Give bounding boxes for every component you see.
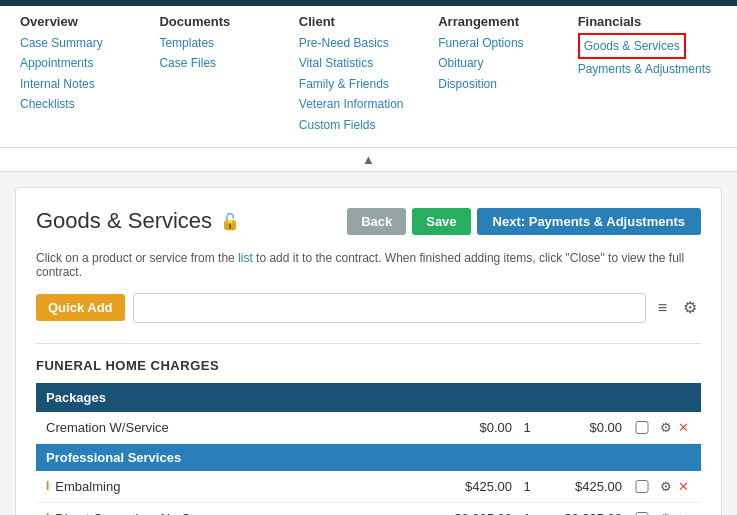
page-title-text: Goods & Services — [36, 208, 212, 234]
section-label: FUNERAL HOME CHARGES — [36, 358, 701, 373]
quick-add-input[interactable] — [133, 293, 646, 323]
subgroup-header: Professional Services — [36, 444, 701, 471]
nav-column: DocumentsTemplatesCase Files — [159, 14, 298, 135]
item-gear-icon[interactable]: ⚙ — [658, 509, 674, 515]
item-indicator: I — [46, 479, 49, 493]
item-remove-icon[interactable]: ✕ — [676, 509, 691, 515]
item-checkbox[interactable] — [632, 421, 652, 434]
lock-icon: 🔓 — [220, 212, 240, 231]
nav-link-appointments[interactable]: Appointments — [20, 53, 159, 73]
nav-link-templates[interactable]: Templates — [159, 33, 298, 53]
item-indicator: I — [46, 511, 49, 515]
item-name: Direct Cremation- No Ceremony — [55, 511, 432, 515]
item-qty: 1 — [512, 420, 542, 435]
nav-link-veteran-information[interactable]: Veteran Information — [299, 94, 438, 114]
settings-icon-button[interactable]: ⚙ — [679, 298, 701, 317]
nav-col-header: Documents — [159, 14, 298, 29]
nav-link-pre-need-basics[interactable]: Pre-Need Basics — [299, 33, 438, 53]
item-actions: ⚙✕ — [658, 477, 691, 496]
item-actions: ⚙✕ — [658, 418, 691, 437]
item-remove-icon[interactable]: ✕ — [676, 418, 691, 437]
item-remove-icon[interactable]: ✕ — [676, 477, 691, 496]
collapse-icon: ▲ — [362, 152, 375, 167]
item-price: $425.00 — [432, 479, 512, 494]
back-button[interactable]: Back — [347, 208, 406, 235]
nav-menu: OverviewCase SummaryAppointmentsInternal… — [0, 6, 737, 148]
item-checkbox[interactable] — [632, 480, 652, 493]
main-content: Goods & Services 🔓 Back Save Next: Payme… — [15, 187, 722, 515]
nav-column: ClientPre-Need BasicsVital StatisticsFam… — [299, 14, 438, 135]
charges-container: PackagesCremation W/Service$0.001$0.00⚙✕… — [36, 383, 701, 515]
nav-column: OverviewCase SummaryAppointmentsInternal… — [20, 14, 159, 135]
nav-link-disposition[interactable]: Disposition — [438, 74, 577, 94]
list-icon-button[interactable]: ≡ — [654, 299, 671, 317]
nav-link-case-files[interactable]: Case Files — [159, 53, 298, 73]
nav-col-header: Arrangement — [438, 14, 577, 29]
save-button[interactable]: Save — [412, 208, 470, 235]
nav-link-internal-notes[interactable]: Internal Notes — [20, 74, 159, 94]
item-total: $0.00 — [542, 420, 622, 435]
item-qty: 1 — [512, 479, 542, 494]
instruction-text: Click on a product or service from the l… — [36, 251, 701, 279]
item-total: $2,395.00 — [542, 511, 622, 515]
collapse-bar[interactable]: ▲ — [0, 148, 737, 172]
item-name: Cremation W/Service — [46, 420, 432, 435]
nav-col-header: Financials — [578, 14, 717, 29]
item-name: Embalming — [55, 479, 432, 494]
item-qty: 1 — [512, 511, 542, 515]
item-price: $2,395.00 — [432, 511, 512, 515]
nav-link-custom-fields[interactable]: Custom Fields — [299, 115, 438, 135]
item-total: $425.00 — [542, 479, 622, 494]
item-price: $0.00 — [432, 420, 512, 435]
quick-add-button[interactable]: Quick Add — [36, 294, 125, 321]
nav-link-payments---adjustments[interactable]: Payments & Adjustments — [578, 59, 717, 79]
nav-col-header: Client — [299, 14, 438, 29]
nav-link-checklists[interactable]: Checklists — [20, 94, 159, 114]
nav-col-header: Overview — [20, 14, 159, 29]
nav-link-case-summary[interactable]: Case Summary — [20, 33, 159, 53]
nav-link-funeral-options[interactable]: Funeral Options — [438, 33, 577, 53]
nav-link-vital-statistics[interactable]: Vital Statistics — [299, 53, 438, 73]
table-row[interactable]: IDirect Cremation- No Ceremony$2,395.001… — [36, 503, 701, 515]
nav-link-goods---services[interactable]: Goods & Services — [578, 33, 686, 59]
table-row[interactable]: Cremation W/Service$0.001$0.00⚙✕ — [36, 412, 701, 444]
divider — [36, 343, 701, 344]
item-actions: ⚙✕ — [658, 509, 691, 515]
item-gear-icon[interactable]: ⚙ — [658, 418, 674, 437]
nav-column: FinancialsGoods & ServicesPayments & Adj… — [578, 14, 717, 135]
group-header: Packages — [36, 383, 701, 412]
nav-column: ArrangementFuneral OptionsObituaryDispos… — [438, 14, 577, 135]
next-button[interactable]: Next: Payments & Adjustments — [477, 208, 701, 235]
nav-link-obituary[interactable]: Obituary — [438, 53, 577, 73]
table-row[interactable]: IEmbalming$425.001$425.00⚙✕ — [36, 471, 701, 503]
item-gear-icon[interactable]: ⚙ — [658, 477, 674, 496]
nav-link-family---friends[interactable]: Family & Friends — [299, 74, 438, 94]
